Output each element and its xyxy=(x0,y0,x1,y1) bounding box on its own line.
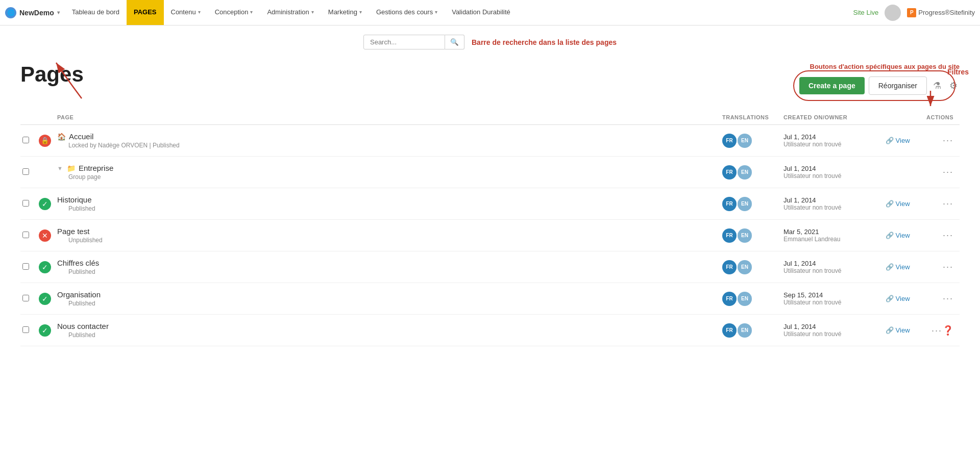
contenu-chevron: ▾ xyxy=(198,9,201,15)
col-header-translations: TRANSLATIONS xyxy=(722,110,783,125)
lang-en-badge[interactable]: EN xyxy=(738,228,752,243)
table-row: ✓Chiffres clésPublishedFRENJul 1, 2014Ut… xyxy=(20,251,960,283)
main-content: Pages Boutons d'action spécifiques aux p… xyxy=(0,53,980,346)
lang-fr-badge[interactable]: FR xyxy=(722,197,737,211)
lang-fr-badge[interactable]: FR xyxy=(722,165,737,180)
col-header-actions: ACTIONS xyxy=(926,110,960,125)
more-actions-button[interactable]: ··· xyxy=(943,293,953,304)
nav-right-area: Site Live P Progress®Sitefinity xyxy=(853,5,975,21)
view-link[interactable]: 🔗 View xyxy=(886,137,920,144)
brand-icon: P xyxy=(907,8,916,17)
page-name[interactable]: ▼📁 Entreprise xyxy=(57,164,716,172)
more-actions-button[interactable]: ··· xyxy=(943,262,953,272)
view-link[interactable]: 🔗 View xyxy=(886,326,920,334)
col-header-view xyxy=(886,110,926,125)
more-actions-button[interactable]: ··· xyxy=(943,198,953,209)
more-actions-button[interactable]: ··· xyxy=(943,230,953,241)
row-checkbox[interactable] xyxy=(22,137,29,143)
lang-fr-badge[interactable]: FR xyxy=(722,260,737,274)
created-date: Mar 5, 2021 xyxy=(783,228,879,236)
lang-fr-badge[interactable]: FR xyxy=(722,292,737,306)
app-chevron: ▾ xyxy=(57,10,60,15)
created-date: Jul 1, 2014 xyxy=(783,133,879,141)
created-date: Jul 1, 2014 xyxy=(783,260,879,267)
created-date: Jul 1, 2014 xyxy=(783,196,879,204)
lang-en-badge[interactable]: EN xyxy=(738,134,752,148)
lang-en-badge[interactable]: EN xyxy=(738,260,752,274)
nav-item-marketing[interactable]: Marketing ▾ xyxy=(321,0,369,25)
created-owner: Utilisateur non trouvé xyxy=(783,204,879,211)
status-published-icon: ✓ xyxy=(39,293,51,305)
page-name[interactable]: Page test xyxy=(57,227,716,236)
lang-en-badge[interactable]: EN xyxy=(738,165,752,180)
nav-item-pages[interactable]: PAGES xyxy=(127,0,164,25)
search-bar-wrap: 🔍 xyxy=(363,35,464,49)
lang-en-badge[interactable]: EN xyxy=(738,292,752,306)
status-published-icon: ✓ xyxy=(39,261,51,273)
row-checkbox[interactable] xyxy=(22,232,29,238)
view-link[interactable]: 🔗 View xyxy=(886,295,920,302)
lang-fr-badge[interactable]: FR xyxy=(722,323,737,338)
nav-item-gestions-des-cours[interactable]: Gestions des cours ▾ xyxy=(369,0,445,25)
view-link[interactable]: 🔗 View xyxy=(886,263,920,271)
site-live-link[interactable]: Site Live xyxy=(853,9,878,16)
lang-en-badge[interactable]: EN xyxy=(738,323,752,338)
nav-item-tableau-de-bord[interactable]: Tableau de bord xyxy=(65,0,127,25)
lang-fr-badge[interactable]: FR xyxy=(722,228,737,243)
lang-en-badge[interactable]: EN xyxy=(738,197,752,211)
page-name[interactable]: Organisation xyxy=(57,290,716,299)
search-input[interactable] xyxy=(363,35,445,49)
page-title-area: Pages xyxy=(20,63,84,86)
row-checkbox[interactable] xyxy=(22,295,29,301)
nav-item-conception[interactable]: Conception ▾ xyxy=(208,0,260,25)
page-name[interactable]: Historique xyxy=(57,195,716,204)
view-link[interactable]: 🔗 View xyxy=(886,200,920,208)
created-owner: Utilisateur non trouvé xyxy=(783,299,879,306)
col-header-status xyxy=(39,110,57,125)
buttons-annotation: Boutons d'action spécifiques aux pages d… xyxy=(810,63,960,70)
status-unpublished-icon: ✕ xyxy=(39,229,51,242)
reorganise-button[interactable]: Réorganiser xyxy=(869,76,927,95)
nav-item-contenu[interactable]: Contenu ▾ xyxy=(164,0,208,25)
search-button[interactable]: 🔍 xyxy=(445,35,464,49)
conception-chevron: ▾ xyxy=(250,9,253,15)
avatar[interactable] xyxy=(885,5,901,21)
page-name[interactable]: Nous contacter xyxy=(57,322,716,330)
page-name[interactable]: 🏠 Accueil xyxy=(57,132,716,141)
filter-button[interactable]: ⚗ xyxy=(931,78,943,93)
page-sub: Group page xyxy=(57,173,716,181)
page-name[interactable]: Chiffres clés xyxy=(57,259,716,267)
expand-icon[interactable]: ▼ xyxy=(57,165,63,171)
nav-item-administration[interactable]: Administration ▾ xyxy=(260,0,321,25)
created-owner: Utilisateur non trouvé xyxy=(783,141,879,148)
gestions-chevron: ▾ xyxy=(435,9,437,15)
status-locked-icon: 🔒 xyxy=(39,135,51,147)
status-published-icon: ✓ xyxy=(39,324,51,337)
table-row: ✕Page testUnpublishedFRENMar 5, 2021Emma… xyxy=(20,220,960,251)
more-actions-button[interactable]: ··· xyxy=(943,135,953,146)
more-actions-button[interactable]: ··· xyxy=(932,325,942,336)
filtres-label: Filtres xyxy=(947,68,969,76)
row-checkbox[interactable] xyxy=(22,326,29,333)
brand-name: Progress®Sitefinity xyxy=(918,9,975,16)
table-row: ▼📁 EntrepriseGroup pageFRENJul 1, 2014Ut… xyxy=(20,157,960,188)
row-checkbox[interactable] xyxy=(22,168,29,175)
help-button[interactable]: ❓ xyxy=(942,325,953,336)
created-owner: Utilisateur non trouvé xyxy=(783,267,879,274)
settings-button[interactable]: ⚙ xyxy=(947,78,960,93)
table-row: ✓Nous contacterPublishedFRENJul 1, 2014U… xyxy=(20,315,960,346)
create-page-button[interactable]: Create a page xyxy=(799,77,865,94)
more-actions-button[interactable]: ··· xyxy=(943,167,953,177)
view-link[interactable]: 🔗 View xyxy=(886,232,920,239)
row-checkbox[interactable] xyxy=(22,200,29,207)
app-logo[interactable]: 🌐 NewDemo ▾ xyxy=(5,7,60,18)
lang-fr-badge[interactable]: FR xyxy=(722,134,737,148)
col-header-checkbox xyxy=(20,110,39,125)
page-sub: Published xyxy=(57,205,716,212)
row-checkbox[interactable] xyxy=(22,263,29,270)
page-sub: Published xyxy=(57,331,716,339)
created-date: Jul 1, 2014 xyxy=(783,323,879,330)
brand-logo: P Progress®Sitefinity xyxy=(907,8,975,17)
nav-item-validation-durabilite[interactable]: Validation Durabilité xyxy=(445,0,518,25)
folder-icon: 📁 xyxy=(67,164,76,172)
